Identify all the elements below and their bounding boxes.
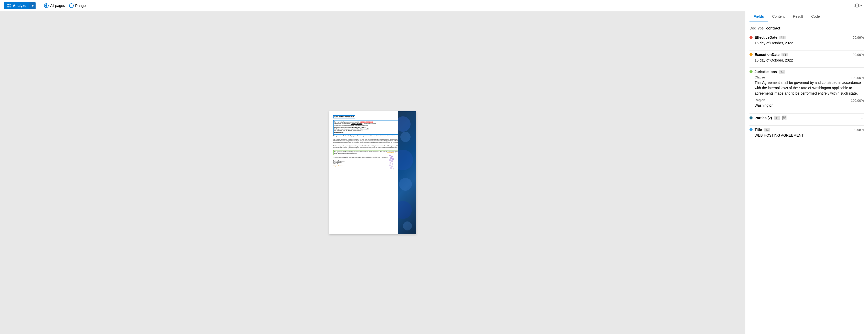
title-badge: #1 [764,128,770,132]
analyze-icon [7,4,11,8]
tab-content[interactable]: Content [768,11,789,22]
range-radio[interactable] [69,3,74,8]
svg-rect-8 [389,160,391,161]
title-dot [749,128,752,131]
all-pages-option[interactable]: All pages [44,3,65,8]
title-name: Title [754,128,762,132]
jurisdictions-region: Region 100.00% Washington [749,98,864,108]
parties-table-icon[interactable] [782,116,787,120]
effective-date-name: EffectiveDate [754,35,777,39]
clause-confidence: 100.00% [851,76,864,80]
region-label: Region [754,98,765,102]
range-label: Range [75,4,86,8]
svg-rect-2 [7,6,9,7]
doctype-row: DocType: contract [749,26,864,30]
field-parties: Parties (2) #1 ⌄ [749,116,864,120]
analyze-label: Analyze [13,4,26,8]
table-grid-icon [783,116,786,119]
layers-icon [854,3,860,8]
jurisdictions-name: Jurisdictions [754,70,777,74]
svg-rect-17 [785,117,786,118]
layers-button[interactable]: ▾ [852,2,864,9]
svg-rect-10 [390,162,391,164]
field-title-header: Title #1 99.98% [749,128,864,132]
jurisdictions-dot [749,70,752,73]
page-range-group: All pages Range [44,3,86,8]
field-title: Title #1 99.98% WEB HOSTING AGREEMENT [749,128,864,137]
svg-rect-5 [391,156,393,158]
jurisdictions-badge: #1 [779,70,785,74]
field-execution-date: ExecutionDate #1 99.99% 15 day of Octobe… [749,53,864,62]
jurisdictions-region-header: Region 100.00% [754,98,864,103]
svg-rect-7 [392,159,394,160]
svg-rect-9 [391,161,393,162]
field-jurisdictions-header: Jurisdictions #1 [749,70,864,74]
doc-title: WEB HOSTING AGREEMENT [333,115,355,118]
execution-date-confidence: 99.99% [852,53,864,57]
sep1 [749,50,864,51]
parties-name: Parties (2) [754,116,772,120]
tab-fields[interactable]: Fields [749,11,768,22]
execution-date-name: ExecutionDate [754,53,779,57]
svg-rect-6 [390,158,392,159]
dropdown-icon: ▾ [32,4,34,8]
parties-dot [749,116,752,119]
sep2 [749,67,864,68]
svg-rect-0 [7,4,9,5]
region-confidence: 100.00% [851,99,864,103]
document-viewer: WEB HOSTING AGREEMENT This web Hosting A… [0,11,745,334]
doctype-label: DocType: [749,26,765,30]
toolbar: Analyze ▾ All pages Range ▾ [0,0,868,11]
all-pages-label: All pages [50,4,65,8]
effective-date-badge: #1 [779,36,785,39]
field-effective-date-header: EffectiveDate #1 99.99% [749,35,864,39]
sep3 [749,113,864,114]
analyze-main[interactable]: Analyze [4,2,29,9]
svg-rect-13 [391,166,393,167]
layers-chevron: ▾ [860,4,862,7]
range-option[interactable]: Range [69,3,86,8]
svg-rect-11 [392,163,393,165]
svg-rect-18 [783,118,784,119]
svg-rect-4 [389,155,391,156]
clause-label: Clause [754,75,765,79]
parties-badge: #1 [774,116,780,120]
toolbar-divider [40,3,40,9]
effective-date-confidence: 99.99% [852,36,864,39]
document-page: WEB HOSTING AGREEMENT This web Hosting A… [329,111,416,234]
toolbar-right: ▾ [852,2,864,9]
doctype-value: contract [766,26,780,30]
svg-rect-19 [785,118,786,119]
pixel-decoration [389,155,397,170]
svg-rect-16 [783,117,784,118]
svg-rect-3 [9,6,11,7]
doc-decorative-panel [398,111,416,234]
panel-tabs: Fields Content Result Code [745,11,868,22]
analyze-button[interactable]: Analyze ▾ [4,2,36,9]
field-parties-header: Parties (2) #1 ⌄ [749,116,864,120]
title-confidence: 99.98% [852,128,864,132]
effective-date-dot [749,36,752,39]
all-pages-radio[interactable] [44,3,49,8]
svg-rect-12 [389,165,391,166]
panel-content: DocType: contract EffectiveDate #1 99.99… [745,22,868,334]
execution-date-badge: #1 [781,53,787,56]
jurisdictions-clause-header: Clause 100.00% [754,75,864,80]
title-value: WEB HOSTING AGREEMENT [749,133,864,137]
execution-date-dot [749,53,752,56]
doc-party1: Contoso Corporation By: Angel Brown Titl… [333,161,345,167]
execution-date-value: 15 day of October, 2022 [749,58,864,62]
field-effective-date: EffectiveDate #1 99.99% 15 day of Octobe… [749,35,864,45]
field-jurisdictions: Jurisdictions #1 Clause 100.00% This Agr… [749,70,864,108]
jurisdictions-clause: Clause 100.00% This Agreement shall be g… [749,75,864,96]
svg-rect-14 [390,167,392,169]
region-value: Washington [754,103,864,108]
effective-date-value: 15 day of October, 2022 [749,41,864,45]
tab-result[interactable]: Result [789,11,807,22]
field-execution-date-header: ExecutionDate #1 99.99% [749,53,864,57]
clause-value: This Agreement shall be governed by and … [754,80,864,96]
analyze-dropdown[interactable]: ▾ [29,2,36,9]
svg-rect-15 [393,168,394,169]
tab-code[interactable]: Code [807,11,824,22]
parties-chevron-icon[interactable]: ⌄ [861,116,864,120]
